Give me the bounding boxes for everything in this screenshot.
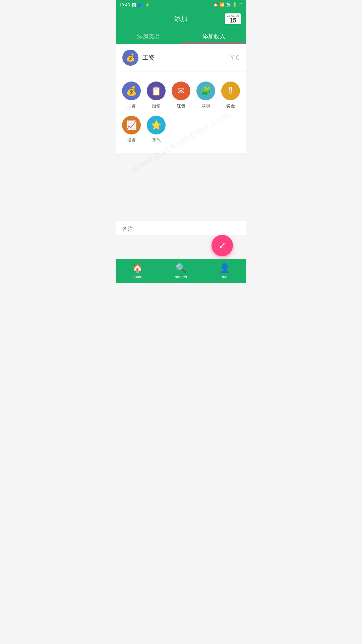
nav-item-search[interactable]: 🔍 search xyxy=(159,263,203,279)
note-input[interactable] xyxy=(122,226,240,235)
redpacket-icon: ✉ xyxy=(172,82,190,100)
app-container: 10:43 🖼 👥 ⚡ ⏰ 📶 📡 🔋 41 添加 17-01-09 15 添加… xyxy=(116,0,246,283)
selected-category-label: 工资 xyxy=(142,54,155,62)
confirm-fab[interactable]: ✓ xyxy=(212,235,233,256)
content-block: 💰 工资 ¥ 0 💰 工资 📋 报销 xyxy=(116,44,246,153)
tab-bar: 添加支出 添加收入 xyxy=(116,28,246,44)
header-title: 添加 xyxy=(174,14,188,23)
people-icon: 👥 xyxy=(138,2,143,7)
checkmark-icon: ✓ xyxy=(219,240,226,251)
other-icon: ⭐ xyxy=(147,116,166,135)
signal-icon: 📡 xyxy=(226,2,231,7)
gallery-icon: 🖼 xyxy=(132,2,136,7)
redpacket-label: 红包 xyxy=(177,103,185,109)
category-item-bonus[interactable]: 🎖 奖金 xyxy=(218,78,243,112)
battery-icon: 🔋 xyxy=(232,2,237,7)
battery-level: 41 xyxy=(239,2,243,7)
home-label: home xyxy=(132,275,142,279)
tab-income[interactable]: 添加收入 xyxy=(181,28,246,44)
note-section xyxy=(116,221,246,235)
wifi-icon: 📶 xyxy=(220,2,225,7)
selected-category-amount: ¥ 0 xyxy=(230,54,240,62)
category-item-salary[interactable]: 💰 工资 xyxy=(119,78,144,112)
nav-item-home[interactable]: 🏠 home xyxy=(116,263,159,279)
status-left: 10:43 🖼 👥 ⚡ xyxy=(119,2,150,7)
category-item-reimbursement[interactable]: 📋 报销 xyxy=(144,78,169,112)
other-label: 其他 xyxy=(152,137,161,143)
investment-icon: 📈 xyxy=(122,116,141,135)
clock-icon: ⏰ xyxy=(213,2,218,7)
user-icon: 👤 xyxy=(219,263,230,273)
parttime-icon: 🧩 xyxy=(196,82,215,100)
header-date: 17-01-09 15 xyxy=(225,13,241,24)
reimbursement-icon: 📋 xyxy=(147,82,166,100)
category-grid: 💰 工资 📋 报销 ✉ 红包 xyxy=(116,71,246,153)
category-item-investment[interactable]: 📈 投资 xyxy=(119,112,144,147)
tab-expense[interactable]: 添加支出 xyxy=(116,28,181,44)
status-right: ⏰ 📶 📡 🔋 41 xyxy=(213,2,243,7)
status-bar: 10:43 🖼 👥 ⚡ ⏰ 📶 📡 🔋 41 xyxy=(116,0,246,9)
header: 添加 17-01-09 15 xyxy=(116,9,246,28)
header-date-day: 15 xyxy=(230,17,236,23)
me-label: me xyxy=(222,275,228,279)
category-item-parttime[interactable]: 🧩 兼职 xyxy=(193,78,218,112)
status-time: 10:43 xyxy=(119,2,130,7)
selected-category-left: 💰 工资 xyxy=(122,50,155,66)
empty-space xyxy=(116,153,246,220)
bonus-icon: 🎖 xyxy=(221,82,240,100)
nav-item-me[interactable]: 👤 me xyxy=(203,263,246,279)
usb-icon: ⚡ xyxy=(145,2,150,7)
parttime-label: 兼职 xyxy=(201,103,210,109)
salary-label: 工资 xyxy=(127,103,136,109)
category-item-other[interactable]: ⭐ 其他 xyxy=(144,112,169,147)
bottom-nav: 🏠 home 🔍 search 👤 me xyxy=(116,259,246,283)
search-label: search xyxy=(175,275,187,279)
reimbursement-label: 报销 xyxy=(152,103,161,109)
investment-label: 投资 xyxy=(127,137,136,143)
search-icon: 🔍 xyxy=(176,263,186,273)
category-item-redpacket[interactable]: ✉ 红包 xyxy=(169,78,193,112)
selected-category-icon: 💰 xyxy=(122,50,138,66)
selected-category-row: 💰 工资 ¥ 0 xyxy=(116,44,246,71)
selected-icon-symbol: 💰 xyxy=(126,53,135,62)
salary-icon: 💰 xyxy=(122,82,141,100)
home-icon: 🏠 xyxy=(132,263,143,273)
bonus-label: 奖金 xyxy=(226,103,235,109)
